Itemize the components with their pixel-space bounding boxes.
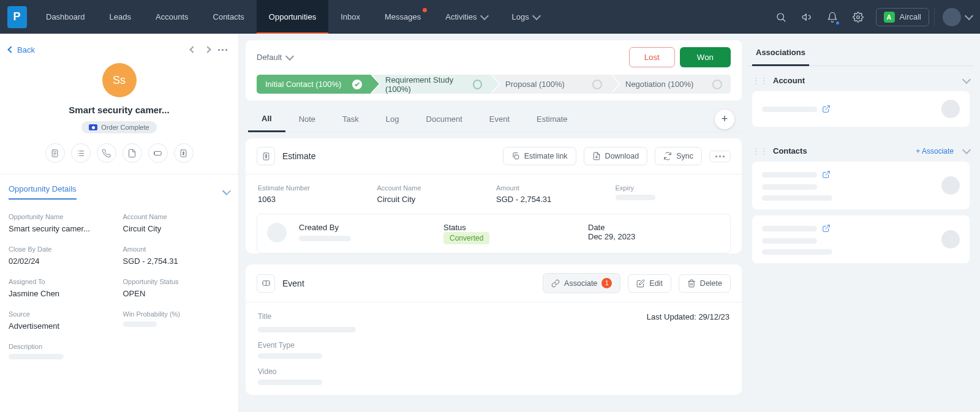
- field-value[interactable]: Smart security camer...: [9, 224, 116, 233]
- call-action[interactable]: [97, 143, 116, 163]
- field-label: Source: [9, 310, 116, 318]
- chevron-down-icon: [480, 11, 488, 20]
- lost-button[interactable]: Lost: [629, 47, 675, 67]
- external-link-icon[interactable]: [822, 105, 831, 113]
- back-button[interactable]: Back: [9, 45, 35, 54]
- file-action[interactable]: [123, 143, 142, 163]
- card-title: Estimate: [282, 151, 315, 161]
- prev-record-button[interactable]: [186, 42, 200, 57]
- record-title: Smart security camer...: [0, 105, 238, 115]
- estimate-link-button[interactable]: Estimate link: [503, 147, 576, 165]
- associate-button[interactable]: Associate1: [543, 273, 620, 293]
- app-logo[interactable]: P: [0, 0, 34, 34]
- estimate-action[interactable]: [174, 143, 194, 163]
- skeleton: [762, 195, 832, 201]
- link-icon: [551, 279, 560, 288]
- field-label: Video: [258, 367, 729, 376]
- tab-note[interactable]: Note: [285, 107, 329, 131]
- nav-contacts[interactable]: Contacts: [201, 0, 257, 34]
- chevron-down-icon: [532, 11, 541, 20]
- field-value[interactable]: Circuit City: [123, 224, 230, 233]
- field-value[interactable]: Advertisement: [9, 321, 116, 331]
- contact-card[interactable]: [752, 215, 970, 263]
- note-action[interactable]: [45, 143, 65, 163]
- ticket-icon: [153, 149, 162, 158]
- nav-opportunities[interactable]: Opportunities: [257, 0, 328, 34]
- field-label: Assigned To: [9, 278, 116, 285]
- aircall-button[interactable]: AAircall: [876, 8, 929, 26]
- add-button[interactable]: +: [715, 110, 734, 129]
- chevron-down-icon[interactable]: [962, 145, 971, 154]
- estimate-card: Estimate Estimate link Download Sync Est…: [246, 138, 742, 253]
- delete-button[interactable]: Delete: [679, 274, 731, 293]
- status-badge[interactable]: Order Complete: [81, 121, 156, 133]
- chevron-down-icon: [965, 11, 973, 20]
- nav-inbox[interactable]: Inbox: [328, 0, 372, 34]
- more-horizontal-icon: [218, 49, 227, 51]
- tab-log[interactable]: Log: [372, 107, 413, 131]
- field-value[interactable]: SGD - 2,754.31: [123, 257, 230, 266]
- announcements-button[interactable]: [794, 12, 820, 23]
- settings-button[interactable]: [845, 12, 871, 23]
- stage-item[interactable]: Requirement Study (100%): [371, 75, 491, 94]
- event-action[interactable]: [148, 143, 168, 163]
- skeleton: [762, 107, 817, 112]
- chevron-down-icon[interactable]: [222, 186, 231, 195]
- drag-handle-icon[interactable]: ⋮⋮: [752, 147, 768, 155]
- field-label: Expiry: [616, 184, 730, 192]
- more-menu-button[interactable]: [215, 42, 230, 57]
- avatar: [941, 100, 960, 118]
- external-link-icon[interactable]: [822, 170, 831, 179]
- contact-card[interactable]: [752, 162, 970, 209]
- tab-event[interactable]: Event: [476, 107, 523, 131]
- stage-item[interactable]: Negotiation (100%): [611, 75, 731, 94]
- card-more-button[interactable]: [709, 151, 731, 162]
- section-title: Contacts: [773, 146, 911, 155]
- nav-leads[interactable]: Leads: [97, 0, 143, 34]
- messages-unread-dot: [423, 8, 427, 12]
- phone-icon: [102, 149, 111, 158]
- skeleton: [762, 226, 817, 231]
- task-action[interactable]: [71, 143, 91, 163]
- nav-activities[interactable]: Activities: [433, 0, 499, 34]
- user-menu[interactable]: [934, 8, 980, 26]
- stage-ring-icon: [712, 80, 722, 89]
- download-button[interactable]: Download: [584, 147, 648, 165]
- tab-task[interactable]: Task: [329, 107, 372, 131]
- view-selector[interactable]: Default: [257, 53, 293, 62]
- stage-current-icon: [473, 80, 482, 89]
- nav-messages[interactable]: Messages: [372, 0, 433, 34]
- field-value: Dec 29, 2023: [588, 232, 720, 241]
- field-value[interactable]: 02/02/24: [9, 257, 116, 266]
- field-value: SGD - 2,754.31: [496, 195, 611, 204]
- search-button[interactable]: [768, 12, 794, 23]
- details-tab[interactable]: Opportunity Details: [9, 184, 77, 200]
- drag-handle-icon[interactable]: ⋮⋮: [752, 77, 768, 85]
- account-card[interactable]: [752, 91, 970, 127]
- skeleton: [762, 184, 817, 190]
- nav-logs[interactable]: Logs: [500, 0, 552, 34]
- chevron-down-icon[interactable]: [962, 75, 971, 83]
- stage-ring-icon: [592, 80, 602, 89]
- add-associate-link[interactable]: + Associate: [916, 147, 954, 155]
- download-icon: [592, 152, 601, 160]
- field-value[interactable]: OPEN: [123, 289, 230, 298]
- tab-estimate[interactable]: Estimate: [523, 107, 581, 131]
- tab-all[interactable]: All: [248, 107, 285, 132]
- external-link-icon[interactable]: [822, 224, 831, 233]
- next-record-button[interactable]: [200, 42, 215, 57]
- won-button[interactable]: Won: [680, 47, 731, 67]
- dollar-file-icon: [179, 149, 188, 158]
- stage-item[interactable]: Proposal (100%): [491, 75, 611, 94]
- notifications-button[interactable]: [820, 12, 845, 23]
- last-updated: Last Updated: 29/12/23: [647, 312, 729, 324]
- nav-dashboard[interactable]: Dashboard: [34, 0, 97, 34]
- stage-item[interactable]: Initial Contact (100%): [257, 75, 371, 94]
- tab-document[interactable]: Document: [413, 107, 476, 131]
- edit-button[interactable]: Edit: [628, 274, 671, 293]
- sync-button[interactable]: Sync: [655, 147, 702, 165]
- associations-tab[interactable]: Associations: [752, 40, 809, 66]
- nav-accounts[interactable]: Accounts: [143, 0, 200, 34]
- field-value[interactable]: Jasmine Chen: [9, 289, 116, 298]
- section-title: Account: [773, 76, 959, 85]
